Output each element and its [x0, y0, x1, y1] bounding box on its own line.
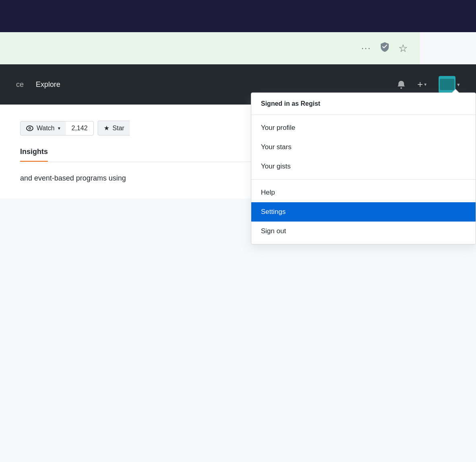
dropdown-profile-section: Your profile Your stars Your gists: [251, 115, 476, 180]
your-stars-item[interactable]: Your stars: [251, 138, 476, 157]
dropdown-help-section: Help Settings Sign out: [251, 180, 476, 244]
sign-out-item[interactable]: Sign out: [251, 222, 476, 241]
svg-point-0: [400, 87, 402, 89]
pocket-icon[interactable]: [379, 41, 390, 55]
browser-top-bar: [0, 0, 476, 32]
notification-bell-button[interactable]: [397, 80, 405, 89]
more-icon[interactable]: ···: [361, 43, 371, 53]
browser-tab-bar: ··· ☆: [0, 32, 420, 64]
repo-description-text: and event-based programs using: [20, 174, 126, 182]
eye-icon: [26, 125, 33, 131]
svg-point-3: [29, 127, 31, 129]
star-button[interactable]: ★ Star: [98, 121, 130, 136]
star-label: Star: [113, 125, 124, 132]
watch-chevron: ▾: [58, 125, 60, 131]
user-dropdown-menu: Signed in as Regist Your profile Your st…: [251, 92, 476, 244]
avatar-dropdown-arrow: ▾: [457, 82, 460, 88]
nav-explore-link[interactable]: Explore: [36, 80, 60, 89]
new-button[interactable]: + ▾: [417, 79, 427, 90]
watch-count[interactable]: 2,142: [66, 121, 94, 136]
insights-nav-item[interactable]: Insights: [20, 148, 48, 162]
plus-icon: +: [417, 79, 423, 90]
settings-item[interactable]: Settings: [251, 202, 476, 222]
nav-partial-link[interactable]: ce: [16, 80, 24, 89]
dropdown-username: Regist: [301, 100, 320, 107]
watch-label: Watch: [37, 125, 55, 132]
your-profile-item[interactable]: Your profile: [251, 118, 476, 138]
github-navbar: ce Explore + ▾ ▾ Signed in as Regist You…: [0, 64, 476, 105]
star-icon: ★: [104, 124, 109, 132]
bookmark-icon[interactable]: ☆: [398, 42, 408, 55]
signed-in-text: Signed in as: [261, 100, 299, 107]
dropdown-signed-in-header: Signed in as Regist: [251, 93, 476, 115]
your-gists-item[interactable]: Your gists: [251, 157, 476, 176]
watch-button[interactable]: Watch ▾: [20, 121, 66, 136]
plus-dropdown-arrow: ▾: [424, 82, 427, 87]
help-item[interactable]: Help: [251, 183, 476, 202]
